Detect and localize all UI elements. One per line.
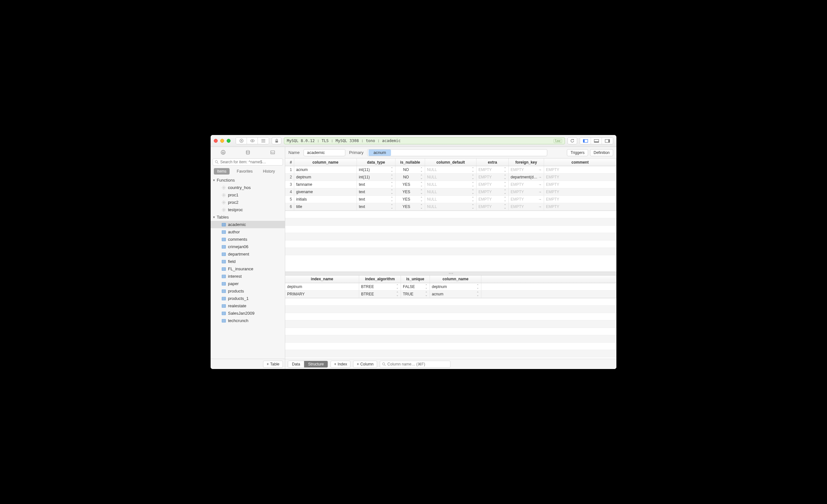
- header-index-column[interactable]: column_name: [430, 275, 481, 283]
- sidebar-item-table[interactable]: products_1: [210, 295, 285, 302]
- minimize-window[interactable]: [220, 139, 224, 143]
- arrow-right-icon[interactable]: →: [538, 205, 542, 209]
- arrow-right-icon[interactable]: →: [538, 190, 542, 194]
- sidebar-search-input[interactable]: [220, 160, 281, 164]
- stepper-icon[interactable]: ⌃⌄: [504, 190, 506, 194]
- definition-button[interactable]: Definition: [590, 149, 613, 156]
- tree-header-functions[interactable]: ▼Functions: [210, 177, 285, 184]
- index-row[interactable]: deptnum BTREE⌃⌄ FALSE⌃⌄ deptnum⌃⌄: [285, 283, 617, 291]
- tree-header-tables[interactable]: ▼Tables: [210, 213, 285, 221]
- tab-structure[interactable]: Structure: [304, 361, 328, 367]
- triggers-button[interactable]: Triggers: [567, 149, 588, 156]
- stepper-icon[interactable]: ⌃⌄: [472, 204, 474, 209]
- stepper-icon[interactable]: ⌃⌄: [504, 167, 506, 172]
- header-index-name[interactable]: index_name: [285, 275, 359, 283]
- primary-key-pill[interactable]: acnum: [369, 149, 391, 156]
- sidebar-item-table[interactable]: paper: [210, 280, 285, 287]
- column-row[interactable]: 1 acnum int(11)⌃⌄ NO⌃⌄ NULL⌃⌄ EMPTY⌃⌄ EM…: [285, 166, 617, 173]
- header-column-name[interactable]: column_name: [294, 158, 357, 166]
- stepper-icon[interactable]: ⌃⌄: [477, 285, 479, 289]
- stepper-icon[interactable]: ⌃⌄: [391, 197, 393, 202]
- stepper-icon[interactable]: ⌃⌄: [420, 190, 423, 194]
- index-row[interactable]: PRIMARY BTREE⌃⌄ TRUE⌃⌄ acnum⌃⌄: [285, 291, 617, 298]
- reload-button[interactable]: [568, 137, 577, 144]
- name-field[interactable]: academic: [303, 149, 345, 156]
- segment-favorites[interactable]: Favorites: [234, 168, 256, 174]
- stepper-icon[interactable]: ⌃⌄: [420, 197, 423, 202]
- stepper-icon[interactable]: ⌃⌄: [396, 292, 399, 296]
- sidebar-item-table[interactable]: comments: [210, 236, 285, 243]
- stepper-icon[interactable]: ⌃⌄: [504, 182, 506, 187]
- stepper-icon[interactable]: ⌃⌄: [391, 204, 393, 209]
- arrow-right-icon[interactable]: →: [538, 168, 542, 172]
- sql-icon[interactable]: SQL: [269, 149, 276, 156]
- plug-icon[interactable]: [220, 149, 227, 156]
- header-default[interactable]: column_default: [425, 158, 477, 166]
- stepper-icon[interactable]: ⌃⌄: [472, 175, 474, 180]
- split-divider[interactable]: [285, 271, 617, 275]
- segment-history[interactable]: History: [260, 168, 278, 174]
- stepper-icon[interactable]: ⌃⌄: [504, 197, 506, 202]
- column-row[interactable]: 2 deptnum int(11)⌃⌄ NO⌃⌄ NULL⌃⌄ EMPTY⌃⌄ …: [285, 173, 617, 181]
- column-row[interactable]: 6 title text⌃⌄ YES⌃⌄ NULL⌃⌄ EMPTY⌃⌄ EMPT…: [285, 203, 617, 210]
- column-row[interactable]: 5 initials text⌃⌄ YES⌃⌄ NULL⌃⌄ EMPTY⌃⌄ E…: [285, 196, 617, 203]
- header-data-type[interactable]: data_type: [357, 158, 395, 166]
- column-filter-input[interactable]: [387, 362, 448, 366]
- add-table-button[interactable]: +Table: [263, 361, 283, 368]
- stepper-icon[interactable]: ⌃⌄: [472, 167, 474, 172]
- cancel-icon[interactable]: [236, 138, 247, 144]
- eye-icon[interactable]: [247, 138, 258, 144]
- sidebar-item-table[interactable]: department: [210, 250, 285, 258]
- stepper-icon[interactable]: ⌃⌄: [420, 182, 423, 187]
- add-column-button[interactable]: +Column: [353, 361, 377, 368]
- tab-data[interactable]: Data: [288, 361, 304, 367]
- list-icon[interactable]: [258, 138, 269, 144]
- database-icon[interactable]: [244, 149, 251, 156]
- layout-right-icon[interactable]: [602, 138, 613, 144]
- connection-status[interactable]: MySQL 8.0.12 : TLS : MySQL 3308 : tono :…: [284, 137, 565, 144]
- stepper-icon[interactable]: ⌃⌄: [425, 292, 428, 296]
- lock-icon[interactable]: [272, 137, 281, 144]
- zoom-window[interactable]: [227, 139, 231, 143]
- segment-items[interactable]: Items: [214, 168, 230, 174]
- header-nullable[interactable]: is_nullable: [395, 158, 425, 166]
- add-index-button[interactable]: +Index: [331, 361, 350, 368]
- header-foreign-key[interactable]: foreign_key: [509, 158, 544, 166]
- stepper-icon[interactable]: ⌃⌄: [477, 292, 479, 296]
- layout-sidebar-icon[interactable]: [580, 138, 591, 144]
- sidebar-item-table[interactable]: crimejan06: [210, 243, 285, 250]
- header-num[interactable]: #: [285, 158, 294, 166]
- sidebar-item-table[interactable]: FL_insurance: [210, 265, 285, 272]
- stepper-icon[interactable]: ⌃⌄: [504, 204, 506, 209]
- stepper-icon[interactable]: ⌃⌄: [391, 175, 393, 180]
- header-index-alg[interactable]: index_algorithm: [359, 275, 401, 283]
- sidebar-item-function[interactable]: proc1: [210, 191, 285, 199]
- close-window[interactable]: [214, 139, 218, 143]
- stepper-icon[interactable]: ⌃⌄: [420, 175, 423, 180]
- column-row[interactable]: 3 famname text⌃⌄ YES⌃⌄ NULL⌃⌄ EMPTY⌃⌄ EM…: [285, 181, 617, 188]
- sidebar-item-table[interactable]: products: [210, 287, 285, 295]
- arrow-right-icon[interactable]: →: [538, 183, 542, 187]
- header-comment[interactable]: comment: [544, 158, 617, 166]
- stepper-icon[interactable]: ⌃⌄: [420, 204, 423, 209]
- stepper-icon[interactable]: ⌃⌄: [391, 167, 393, 172]
- stepper-icon[interactable]: ⌃⌄: [472, 197, 474, 202]
- arrow-right-icon[interactable]: →: [538, 175, 542, 179]
- stepper-icon[interactable]: ⌃⌄: [425, 285, 428, 289]
- sidebar-search[interactable]: [212, 158, 283, 165]
- sidebar-item-function[interactable]: country_hos: [210, 184, 285, 191]
- header-is-unique[interactable]: is_unique: [401, 275, 430, 283]
- stepper-icon[interactable]: ⌃⌄: [420, 167, 423, 172]
- primary-key-field[interactable]: acnum: [367, 149, 547, 156]
- sidebar-item-table[interactable]: author: [210, 228, 285, 236]
- sidebar-item-table[interactable]: techcrunch: [210, 317, 285, 324]
- sidebar-item-function[interactable]: testproc: [210, 206, 285, 213]
- stepper-icon[interactable]: ⌃⌄: [391, 182, 393, 187]
- stepper-icon[interactable]: ⌃⌄: [396, 285, 399, 289]
- sidebar-item-table[interactable]: field: [210, 258, 285, 265]
- arrow-right-icon[interactable]: →: [538, 197, 542, 201]
- sidebar-item-table[interactable]: academic: [210, 221, 285, 228]
- sidebar-item-table[interactable]: realestate: [210, 302, 285, 309]
- stepper-icon[interactable]: ⌃⌄: [472, 190, 474, 194]
- column-row[interactable]: 4 givename text⌃⌄ YES⌃⌄ NULL⌃⌄ EMPTY⌃⌄ E…: [285, 188, 617, 196]
